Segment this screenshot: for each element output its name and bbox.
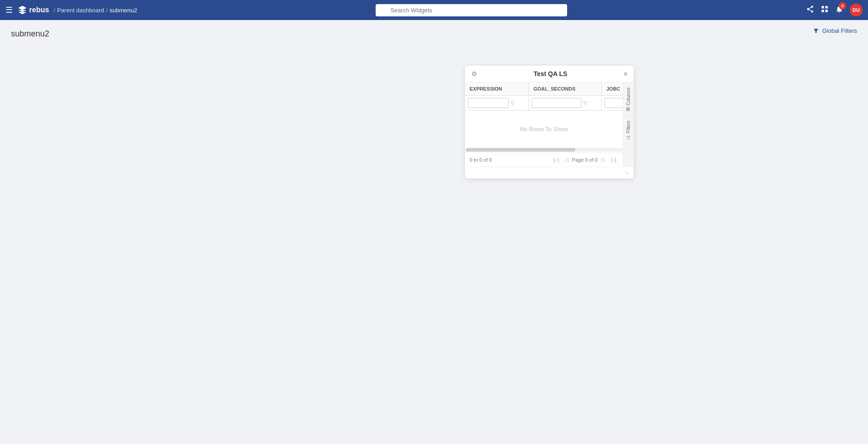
- filter-cell-goal: ▽: [529, 96, 602, 110]
- breadcrumb-sep2: /: [106, 7, 108, 14]
- filter-cell-job: [602, 96, 623, 110]
- notification-icon[interactable]: 0: [835, 5, 843, 15]
- table-header-row: Expression GOAL_SECONDS JOBC: [465, 82, 623, 96]
- breadcrumb-parent[interactable]: Parent dashboard: [57, 7, 104, 14]
- page-content: submenu2 Global Filters ⚙ Test QA LS ≡ E…: [0, 20, 868, 444]
- widget-body: Expression GOAL_SECONDS JOBC ▽: [465, 82, 634, 167]
- filter-funnel-expression[interactable]: ▽: [511, 100, 514, 106]
- last-page-button[interactable]: ▷|: [609, 156, 618, 164]
- table-area: Expression GOAL_SECONDS JOBC ▽: [465, 82, 623, 167]
- scrollbar-thumb[interactable]: [466, 148, 575, 152]
- prev-page-button[interactable]: ◁: [563, 156, 570, 164]
- pagination-row: 0 to 0 of 0 |◁ ◁ Page 0 of 0 ▷ ▷|: [465, 153, 623, 167]
- rebus-logo: rebus: [17, 5, 49, 15]
- side-panel: ⊞ Columns ▽ Filters: [623, 82, 634, 167]
- share-icon[interactable]: [806, 5, 814, 15]
- widget-title: Test QA LS: [477, 70, 624, 77]
- filter-input-goal[interactable]: [532, 98, 582, 108]
- user-avatar[interactable]: DU: [850, 4, 863, 16]
- filters-tab[interactable]: ▽ Filters: [623, 116, 634, 145]
- pagination-controls: |◁ ◁ Page 0 of 0 ▷ ▷|: [551, 156, 618, 164]
- navbar-left: ☰ rebus / Parent dashboard / submenu2: [5, 5, 137, 15]
- col-header-expression: Expression: [465, 82, 529, 95]
- first-page-button[interactable]: |◁: [551, 156, 560, 164]
- global-filters-label: Global Filters: [822, 27, 857, 34]
- breadcrumb-current: submenu2: [109, 7, 137, 14]
- col-header-job: JOBC: [602, 82, 623, 95]
- filter-cell-expression: ▽: [465, 96, 529, 110]
- resize-handle[interactable]: ⤡: [625, 170, 629, 176]
- filter-row: ▽ ▽: [465, 96, 623, 111]
- hamburger-icon[interactable]: ☰: [5, 5, 13, 15]
- columns-tab-icon: ⊞: [625, 107, 631, 111]
- navbar: ☰ rebus / Parent dashboard / submenu2 🔍: [0, 0, 868, 20]
- pagination-count: 0 to 0 of 0: [470, 157, 492, 163]
- widget-settings-icon[interactable]: ⚙: [471, 70, 477, 77]
- widget-card: ⚙ Test QA LS ≡ Expression GOAL_SECONDS J…: [465, 66, 634, 179]
- filter-input-expression[interactable]: [468, 98, 509, 108]
- rebus-logo-symbol: [17, 5, 27, 15]
- grid-svg: [821, 5, 829, 13]
- grid-icon[interactable]: [821, 5, 829, 15]
- filters-tab-label: Filters: [626, 121, 631, 133]
- global-filters-button[interactable]: Global Filters: [813, 27, 857, 34]
- breadcrumb: / Parent dashboard / submenu2: [54, 7, 137, 14]
- search-wrapper: 🔍: [376, 4, 567, 16]
- filters-tab-icon: ▽: [625, 135, 631, 141]
- search-container: 🔍: [143, 4, 801, 16]
- filter-input-job[interactable]: [604, 98, 623, 108]
- breadcrumb-sep1: /: [54, 7, 56, 14]
- navbar-right: 0 DU: [806, 4, 863, 16]
- col-header-goal-seconds: GOAL_SECONDS: [529, 82, 602, 95]
- share-svg: [806, 5, 814, 13]
- rebus-logo-text: rebus: [29, 6, 49, 14]
- widget-footer: ⤡: [465, 167, 634, 179]
- table-body: No Rows To Show: [465, 111, 623, 147]
- columns-tab-label: Columns: [626, 87, 631, 105]
- filter-funnel-goal[interactable]: ▽: [584, 100, 587, 106]
- page-title: submenu2: [11, 29, 857, 39]
- page-info: Page 0 of 0: [572, 157, 598, 163]
- widget-header: ⚙ Test QA LS ≡: [465, 66, 634, 82]
- next-page-button[interactable]: ▷: [599, 156, 607, 164]
- search-input[interactable]: [376, 4, 567, 16]
- notification-badge: 0: [839, 2, 846, 10]
- horizontal-scrollbar[interactable]: [465, 148, 623, 152]
- filters-icon: [813, 28, 819, 34]
- columns-tab[interactable]: ⊞ Columns: [623, 82, 634, 116]
- widget-menu-icon[interactable]: ≡: [624, 70, 627, 77]
- no-rows-text: No Rows To Show: [520, 126, 568, 133]
